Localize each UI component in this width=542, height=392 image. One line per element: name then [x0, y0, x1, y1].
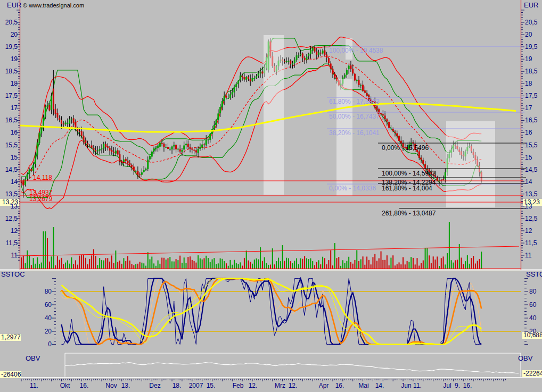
price-tick-left-12: 14,5	[5, 166, 18, 173]
sstoc-tick-right-1: 60	[529, 302, 536, 308]
price-tick-left-8: 16,5	[5, 117, 18, 123]
price-tick-left-18: 11,5	[6, 240, 18, 246]
date-tick-label-21: 16.	[457, 382, 478, 389]
red-level-label-0: 14,118	[33, 174, 52, 181]
price-tick-right-4: 18,5	[525, 68, 537, 74]
obv-value-box-left: -264062	[0, 371, 21, 378]
price-tick-left-10: 15,5	[5, 142, 18, 148]
price-tick-right-0: 20,5	[525, 19, 537, 26]
fib-black-label-4: 261,80% - 13,0487	[382, 210, 436, 216]
price-tick-right-10: 15,5	[525, 142, 537, 148]
date-tick-label-10: 12.	[242, 382, 264, 389]
sstoc-tick-left-4: 0	[48, 341, 52, 347]
date-tick-label-1: Okt	[54, 382, 76, 389]
date-tick-label-12: 12.	[282, 382, 303, 389]
sstoc-tick-left-2: 40	[45, 315, 52, 321]
date-tick-label-0: 11.	[23, 382, 45, 389]
price-tick-right-15: 13	[525, 203, 532, 210]
date-tick-label-5: Dez	[144, 382, 166, 389]
price-tick-left-13: 14	[11, 179, 18, 185]
price-tick-right-7: 17	[525, 105, 532, 111]
price-tick-left-6: 17,5	[5, 93, 18, 99]
price-tick-right-14: 13,5	[525, 191, 537, 197]
price-tick-right-17: 12	[525, 228, 532, 234]
chart-plot-area[interactable]	[0, 0, 542, 392]
price-tick-left-17: 12	[11, 228, 18, 234]
price-tick-left-4: 18,5	[5, 68, 18, 74]
sstoc-value-box-left: 1,2977	[0, 334, 21, 341]
price-tick-left-9: 16	[11, 129, 18, 136]
sstoc-tick-right-2: 40	[529, 315, 536, 321]
price-tick-left-11: 15	[11, 154, 18, 161]
price-tick-right-19: 11	[525, 252, 531, 258]
obv-title-right: OBV	[518, 355, 532, 362]
price-tick-right-2: 19,5	[525, 44, 537, 50]
fib-blue-label-1: 61,80% - 17,3833	[329, 98, 380, 105]
price-tick-left-0: 20,5	[5, 19, 18, 26]
price-tick-right-18: 11,5	[525, 240, 537, 246]
sstoc-tick-left-0: 80	[45, 288, 52, 295]
watermark-copyright: © www.tradesignal.com	[23, 2, 84, 9]
price-tick-right-6: 17,5	[525, 93, 537, 99]
date-tick-label-6: 18.	[166, 382, 187, 389]
sstoc-title-right: SSTOC	[526, 271, 542, 278]
red-level-label-2: 13,2679	[29, 196, 52, 202]
price-tick-left-19: 11	[11, 252, 18, 258]
date-tick-label-16: 14.	[369, 382, 390, 389]
sstoc-tick-left-3: 20	[45, 328, 52, 335]
price-tick-right-11: 15	[525, 154, 532, 161]
date-tick-label-14: 16.	[329, 382, 350, 389]
price-tick-left-15: 13	[11, 203, 18, 210]
tradesignal-chart-window: EUR © www.tradesignal.com EUR SSTOC SSTO…	[0, 0, 542, 392]
fib-black-label-1: 100,00% - 14,5943	[382, 170, 436, 177]
date-tick-label-8: 15.	[200, 382, 221, 389]
date-tick-label-4: 13.	[115, 382, 136, 389]
price-tick-right-12: 14,5	[525, 166, 537, 173]
price-tick-left-2: 19,5	[5, 44, 18, 50]
date-tick-label-18: 11.	[407, 382, 428, 389]
price-tick-left-14: 13,5	[5, 191, 18, 197]
fib-blue-label-0: 100,00% - 19,4538	[329, 47, 383, 54]
price-tick-right-8: 16,5	[525, 117, 537, 123]
obv-title-left: OBV	[26, 355, 40, 362]
fib-black-label-0: 0,00% - 15,5496	[382, 145, 429, 151]
currency-label-left: EUR	[7, 2, 21, 9]
price-tick-right-13: 14	[525, 179, 532, 185]
price-tick-right-3: 19	[525, 56, 532, 62]
currency-label-right: EUR	[524, 2, 538, 9]
price-tick-right-9: 16	[525, 129, 532, 136]
sstoc-tick-right-3: 20	[529, 328, 536, 335]
price-tick-right-1: 20	[525, 31, 532, 38]
price-tick-left-7: 17	[11, 105, 18, 111]
date-tick-label-2: 16.	[73, 382, 95, 389]
obv-value-box-right: -22264	[522, 370, 542, 377]
sstoc-title-left: SSTOC	[1, 271, 25, 278]
price-tick-right-5: 18	[525, 80, 532, 87]
fib-blue-label-2: 50,00% - 16,7437	[329, 113, 380, 120]
sstoc-tick-right-0: 80	[529, 288, 536, 295]
price-tick-left-1: 20	[11, 31, 18, 38]
price-tick-left-16: 12,5	[5, 215, 18, 222]
fib-black-label-3: 161,80% - 14,004	[382, 185, 432, 191]
fib-blue-label-4: 0,00% - 14,0336	[329, 185, 376, 191]
sstoc-tick-left-1: 60	[45, 302, 52, 308]
price-tick-left-3: 19	[11, 56, 18, 62]
fib-blue-label-3: 38,20% - 16,1041	[329, 130, 380, 136]
price-tick-left-5: 18	[11, 80, 18, 87]
price-tick-right-16: 12,5	[525, 215, 537, 222]
